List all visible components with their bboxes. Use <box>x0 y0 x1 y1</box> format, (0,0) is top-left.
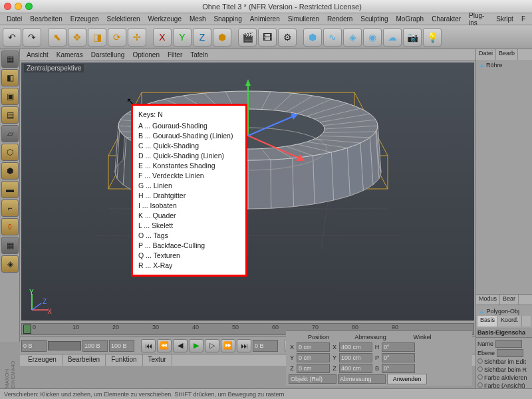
ang-X[interactable] <box>382 342 415 352</box>
range-slider[interactable] <box>48 341 81 350</box>
prev-frame-button[interactable]: ◀ <box>173 339 188 352</box>
object-mode[interactable]: ▣ <box>1 88 19 105</box>
tree-item-tube[interactable]: ▲ Röhre <box>477 61 531 69</box>
apply-button[interactable]: Anwenden <box>387 374 427 384</box>
ang-Z[interactable] <box>382 364 415 373</box>
render-settings[interactable]: ⚙ <box>278 28 297 47</box>
z-lock[interactable]: Z <box>193 28 211 47</box>
spline-tool[interactable]: ∿ <box>323 28 342 47</box>
workplane-tool[interactable]: ▦ <box>1 237 19 254</box>
goto-start-button[interactable]: ⏮ <box>141 339 156 352</box>
prev-key-button[interactable]: ⏪ <box>157 339 172 352</box>
workplane-mode[interactable]: ▱ <box>1 125 19 142</box>
dim-Y[interactable] <box>339 353 372 362</box>
menu-skript[interactable]: Skript <box>492 14 517 24</box>
vpmenu-darstellung[interactable]: Darstellung <box>87 50 129 60</box>
vpmenu-tafeln[interactable]: Tafeln <box>186 50 212 60</box>
range-end2-field[interactable] <box>109 340 134 352</box>
model-mode[interactable]: ◧ <box>1 69 19 86</box>
range-end-field[interactable] <box>82 340 108 352</box>
point-mode[interactable]: ⬡ <box>1 144 19 161</box>
pos-Y[interactable] <box>297 353 330 362</box>
menu-erzeugen[interactable]: Erzeugen <box>66 14 103 24</box>
generator-tool[interactable]: ◈ <box>343 28 362 47</box>
layer-input[interactable] <box>497 349 523 357</box>
render-region[interactable]: 🎞 <box>258 28 277 47</box>
rtab-basis[interactable]: Basis <box>477 316 498 327</box>
vpmenu-optionen[interactable]: Optionen <box>128 50 164 60</box>
rtab-koord.[interactable]: Koord. <box>498 316 522 327</box>
menu-f[interactable]: F <box>517 14 529 24</box>
next-frame-button[interactable]: ▷ <box>205 339 219 352</box>
close-button[interactable] <box>4 3 11 10</box>
rtab-modus[interactable]: Modus <box>476 295 500 305</box>
environment-tool[interactable]: ☁ <box>383 28 402 47</box>
menu-plug-ins[interactable]: Plug-ins <box>465 11 492 28</box>
current-frame-field[interactable] <box>253 340 278 352</box>
texture-mode[interactable]: ▤ <box>1 106 19 124</box>
dim-Z[interactable] <box>339 364 372 373</box>
viewport[interactable]: Zentralperspektive <box>21 63 474 321</box>
vpmenu-ansicht[interactable]: Ansicht <box>23 50 53 60</box>
menu-bearbeiten[interactable]: Bearbeiten <box>26 14 66 24</box>
scale-tool[interactable]: ◨ <box>88 28 106 47</box>
coord-mode2[interactable] <box>338 374 386 384</box>
tab-textur[interactable]: Textur <box>143 354 172 366</box>
menu-datei[interactable]: Datei <box>3 14 26 24</box>
next-key-button[interactable]: ⏩ <box>221 339 235 352</box>
coord-system[interactable]: ⬢ <box>213 28 231 47</box>
make-editable[interactable]: ▦ <box>1 51 19 68</box>
pos-X[interactable] <box>297 342 330 352</box>
menu-charakter[interactable]: Charakter <box>428 14 465 24</box>
select-tool[interactable]: ⬉ <box>48 28 66 47</box>
check-row[interactable]: Sichtbar im Edit <box>477 358 531 366</box>
x-lock[interactable]: X <box>153 28 172 47</box>
tab-bearbeiten[interactable]: Bearbeiten <box>63 354 106 366</box>
rtab-datei[interactable]: Datei <box>476 49 496 60</box>
menu-sculpting[interactable]: Sculpting <box>356 14 392 24</box>
primitive-cube[interactable]: ⬢ <box>303 28 322 47</box>
menu-rendern[interactable]: Rendern <box>323 14 356 24</box>
pos-Z[interactable] <box>297 364 330 373</box>
goto-end-button[interactable]: ⏭ <box>237 339 251 352</box>
playhead[interactable] <box>23 325 31 334</box>
light-tool[interactable]: 💡 <box>423 28 442 47</box>
check-row[interactable]: Farbe aktivieren <box>477 374 531 382</box>
y-lock[interactable]: Y <box>173 28 192 47</box>
menu-mograph[interactable]: MoGraph <box>392 14 428 24</box>
tab-erzeugen[interactable]: Erzeugen <box>23 354 63 366</box>
vpmenu-filter[interactable]: Filter <box>164 50 186 60</box>
play-button[interactable]: ▶ <box>189 339 203 352</box>
vpmenu-kameras[interactable]: Kameras <box>53 50 87 60</box>
snap-toggle[interactable]: ⧲ <box>1 218 19 235</box>
move-tool[interactable]: ✥ <box>68 28 86 47</box>
redo-button[interactable]: ↷ <box>23 28 41 47</box>
ang-Y[interactable] <box>382 353 415 362</box>
menu-snapping[interactable]: Snapping <box>209 14 245 24</box>
rotate-tool[interactable]: ⟳ <box>108 28 126 47</box>
name-input[interactable] <box>495 340 522 348</box>
camera-tool[interactable]: 📷 <box>403 28 422 47</box>
render-view[interactable]: 🎬 <box>238 28 257 47</box>
rtab-bearb[interactable]: Bearb <box>496 49 518 60</box>
menu-animieren[interactable]: Animieren <box>246 14 284 24</box>
undo-button[interactable]: ↶ <box>3 28 21 47</box>
menu-mesh[interactable]: Mesh <box>186 14 209 24</box>
polygon-mode[interactable]: ▬ <box>1 181 19 198</box>
coord-mode1[interactable] <box>289 374 336 384</box>
edge-mode[interactable]: ⬢ <box>1 162 19 180</box>
zoom-button[interactable] <box>25 3 33 10</box>
dim-X[interactable] <box>339 342 372 352</box>
deformer-tool[interactable]: ◉ <box>363 28 382 47</box>
transform-tool[interactable]: ✢ <box>128 28 146 47</box>
minimize-button[interactable] <box>15 3 22 10</box>
misc-tool[interactable]: ◈ <box>1 255 19 273</box>
menu-selektieren[interactable]: Selektieren <box>103 14 144 24</box>
rtab-bear[interactable]: Bear <box>500 295 519 305</box>
range-start-field[interactable] <box>21 340 47 352</box>
menu-werkzeuge[interactable]: Werkzeuge <box>144 14 186 24</box>
check-row[interactable]: Sichtbar beim R <box>477 366 531 374</box>
tab-funktion[interactable]: Funktion <box>106 354 142 366</box>
object-tree[interactable]: ▲ Röhre <box>476 60 532 294</box>
menu-simulieren[interactable]: Simulieren <box>284 14 323 24</box>
